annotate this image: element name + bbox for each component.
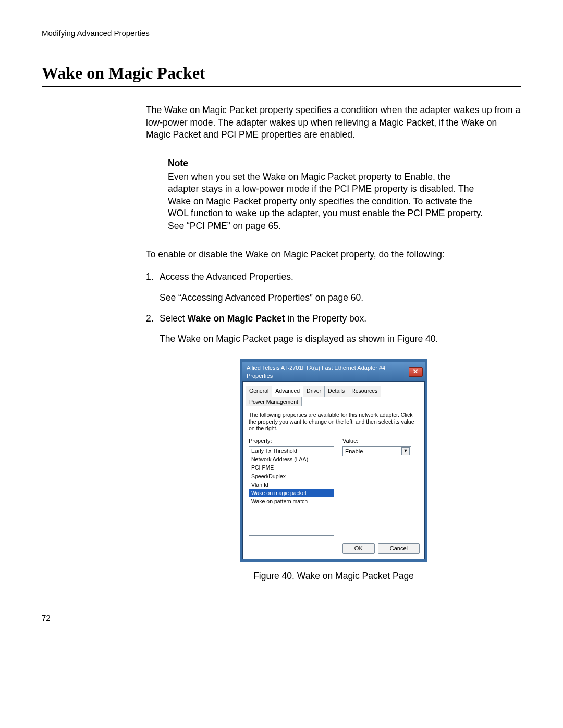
dialog-tabs: General Advanced Driver Details Resource… [242,382,425,406]
section-heading: Wake on Magic Packet [42,64,521,87]
chevron-down-icon[interactable]: ▼ [401,447,410,455]
step-2-bold: Wake on Magic Packet [188,313,285,324]
step-2-sub: The Wake on Magic Packet page is display… [160,333,521,346]
figure-caption: Figure 40. Wake on Magic Packet Page [146,570,521,583]
dialog-description: The following properties are available f… [249,412,419,432]
list-item[interactable]: Wake on pattern match [249,497,334,505]
list-item-selected[interactable]: Wake on magic packet [249,489,334,497]
dialog-title: Allied Telesis AT-2701FTX(a) Fast Ethern… [247,364,409,380]
step-2-number: 2. [146,313,154,325]
property-label: Property: [249,437,342,445]
list-item[interactable]: Speed/Duplex [249,472,334,480]
ok-button[interactable]: OK [342,543,375,554]
tab-driver[interactable]: Driver [303,386,325,396]
value-select-text: Enable [345,448,363,455]
dialog-titlebar: Allied Telesis AT-2701FTX(a) Fast Ethern… [242,362,425,382]
tab-advanced[interactable]: Advanced [272,386,303,396]
tab-general[interactable]: General [246,386,272,396]
note-body: Even when you set the Wake on Magic Pack… [168,171,483,232]
value-select[interactable]: Enable ▼ [342,446,411,456]
step-2: 2. Select Wake on Magic Packet in the Pr… [146,313,521,346]
cancel-button[interactable]: Cancel [378,543,420,554]
value-label: Value: [342,437,419,445]
tab-resources[interactable]: Resources [348,386,381,396]
intro-paragraph: The Wake on Magic Packet property specif… [146,104,521,141]
page-number: 72 [42,613,521,622]
properties-dialog: Allied Telesis AT-2701FTX(a) Fast Ethern… [240,359,427,562]
list-item[interactable]: Network Address (LAA) [249,455,334,463]
property-listbox[interactable]: Early Tx Threshold Network Address (LAA)… [249,446,334,536]
step-1-sub: See “Accessing Advanced Properties” on p… [160,292,521,304]
note-title: Note [168,157,483,170]
step-2-prefix: Select [160,313,188,324]
running-head: Modifying Advanced Properties [42,29,521,38]
lead-paragraph: To enable or disable the Wake on Magic P… [146,249,521,261]
tab-power-management[interactable]: Power Management [246,397,302,406]
close-button[interactable]: ✕ [409,367,423,377]
step-1-number: 1. [146,271,154,283]
note-box: Note Even when you set the Wake on Magic… [168,152,483,238]
step-1: 1. Access the Advanced Properties. See “… [146,271,521,304]
list-item[interactable]: Vlan Id [249,480,334,489]
list-item[interactable]: Early Tx Threshold [249,447,334,455]
tab-details[interactable]: Details [324,386,348,396]
step-1-text: Access the Advanced Properties. [160,272,293,282]
list-item[interactable]: PCI PME [249,463,334,472]
step-2-suffix: in the Property box. [285,313,367,324]
